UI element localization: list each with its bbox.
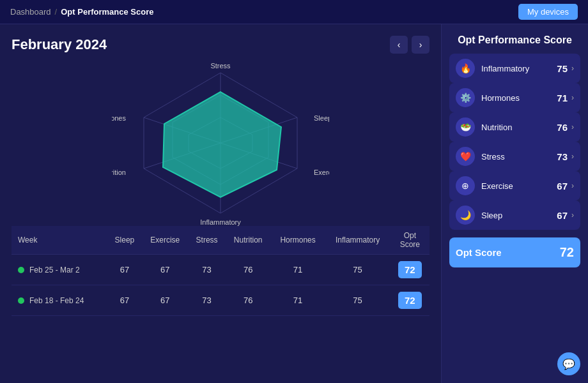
radar-label-stress: Stress [210,62,231,70]
hormones-cell: 71 [271,285,325,316]
data-table-area: Week Sleep Exercise Stress Nutrition Hor… [12,226,429,377]
metric-score: 71 [557,93,568,103]
metric-chevron-icon: › [571,93,574,102]
radar-chart-area: Stress Sleep Exercise Inflammatory Nutri… [12,60,429,226]
back-link[interactable]: Dashboard [10,7,51,17]
chat-bubble-button[interactable]: 💬 [557,352,580,375]
metric-chevron-icon: › [571,181,574,190]
metric-row-nutrition[interactable]: 🥗 Nutrition 76 › [449,112,580,142]
metric-chevron-icon: › [571,64,574,73]
right-panel: Opt Performance Score 🔥 Inflammatory 75 … [441,24,588,383]
nutrition-cell: 76 [226,255,271,285]
opt-score-badge: 72 [398,261,422,278]
metric-icon: 🌙 [456,206,475,225]
radar-label-hormones: Hormones [112,114,126,122]
week-label: Feb 25 - Mar 2 [29,266,80,274]
metric-icon: 🔥 [456,59,475,78]
breadcrumb-separator: / [55,7,58,17]
table-row: Feb 25 - Mar 2 67 67 73 76 71 75 72 [12,255,429,285]
opt-score-cell: 72 [391,255,429,285]
metric-score: 67 [557,181,568,192]
radar-svg: Stress Sleep Exercise Inflammatory Nutri… [112,60,329,226]
my-devices-button[interactable]: My devices [518,4,578,20]
metric-row-inflammatory[interactable]: 🔥 Inflammatory 75 › [449,54,580,83]
panel-title: Opt Performance Score [449,34,580,46]
metric-label: Inflammatory [481,64,557,73]
col-exercise: Exercise [142,226,189,255]
metrics-list: 🔥 Inflammatory 75 › ⚙️ Hormones 71 › 🥗 N… [449,54,580,230]
sleep-cell: 67 [107,285,142,316]
col-nutrition: Nutrition [226,226,271,255]
week-dot [18,297,24,304]
sleep-cell: 67 [107,255,142,285]
week-label: Feb 18 - Feb 24 [29,296,84,305]
stress-cell: 73 [189,255,226,285]
hormones-cell: 71 [271,255,325,285]
col-hormones: Hormones [271,226,325,255]
metric-score: 75 [557,63,568,74]
radar-label-sleep: Sleep [314,114,329,122]
month-title: February 2024 [12,36,107,53]
table-header-row: Week Sleep Exercise Stress Nutrition Hor… [12,226,429,255]
nav-buttons: ‹ › [390,36,429,54]
opt-score-value: 72 [560,245,574,260]
col-opt-score: OptScore [391,226,429,255]
metric-row-stress[interactable]: ❤️ Stress 73 › [449,142,580,171]
main-layout: February 2024 ‹ › [0,24,588,383]
radar-container: Stress Sleep Exercise Inflammatory Nutri… [112,60,329,226]
stress-cell: 73 [189,285,226,316]
header: Dashboard / Opt Performance Score My dev… [0,0,588,24]
col-week: Week [12,226,107,255]
page-title: Opt Performance Score [61,7,153,17]
metric-chevron-icon: › [571,152,574,161]
metric-label: Exercise [481,181,557,191]
opt-score-row: Opt Score 72 [449,237,580,267]
col-sleep: Sleep [107,226,142,255]
metric-label: Hormones [481,93,557,103]
opt-score-cell: 72 [391,285,429,316]
metric-label: Sleep [481,211,557,220]
next-month-button[interactable]: › [412,36,429,54]
metrics-table: Week Sleep Exercise Stress Nutrition Hor… [12,226,429,316]
metric-icon: 🥗 [456,117,475,137]
week-dot [18,267,24,273]
metric-score: 76 [557,122,568,133]
metric-icon: ⚙️ [456,88,475,107]
col-inflammatory: Inflammatory [325,226,390,255]
table-row: Feb 18 - Feb 24 67 67 73 76 71 75 72 [12,285,429,316]
week-cell: Feb 25 - Mar 2 [12,255,107,285]
left-panel: February 2024 ‹ › [0,24,441,383]
exercise-cell: 67 [142,255,189,285]
opt-score-badge: 72 [398,292,422,309]
radar-label-nutrition: Nutrition [112,169,126,176]
radar-label-exercise: Exercise [314,169,329,176]
opt-score-label: Opt Score [456,247,560,258]
inflammatory-cell: 75 [325,255,390,285]
prev-month-button[interactable]: ‹ [390,36,408,54]
metric-label: Nutrition [481,123,557,132]
metric-icon: ⊕ [456,176,475,195]
week-cell: Feb 18 - Feb 24 [12,285,107,316]
radar-label-inflammatory: Inflammatory [200,218,241,226]
metric-score: 73 [557,151,568,162]
metric-chevron-icon: › [571,123,574,131]
breadcrumb: Dashboard / Opt Performance Score [10,7,153,17]
nutrition-cell: 76 [226,285,271,316]
metric-row-sleep[interactable]: 🌙 Sleep 67 › [449,200,580,230]
inflammatory-cell: 75 [325,285,390,316]
exercise-cell: 67 [142,285,189,316]
svg-marker-6 [163,92,281,197]
metric-score: 67 [557,210,568,221]
metric-row-exercise[interactable]: ⊕ Exercise 67 › [449,171,580,200]
metric-row-hormones[interactable]: ⚙️ Hormones 71 › [449,83,580,112]
month-header: February 2024 ‹ › [12,36,429,54]
metric-label: Stress [481,152,557,161]
metric-chevron-icon: › [571,211,574,220]
col-stress: Stress [189,226,226,255]
metric-icon: ❤️ [456,147,475,166]
